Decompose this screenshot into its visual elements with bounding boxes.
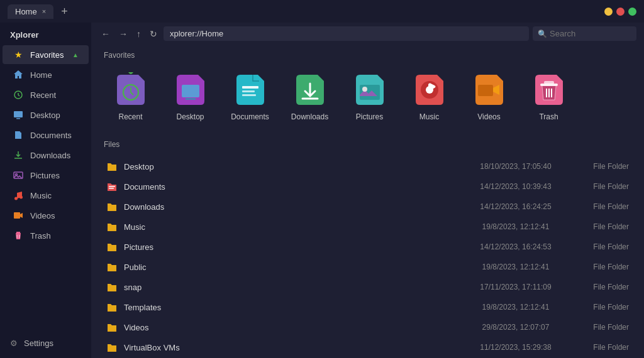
table-row[interactable]: Documents 14/12/2023, 10:39:43 File Fold…: [104, 176, 631, 197]
file-type: File Folder: [566, 303, 629, 312]
file-date: 14/12/2023, 10:39:43: [465, 182, 566, 191]
svg-rect-25: [109, 186, 115, 187]
titlebar-left: Home × +: [8, 4, 70, 19]
svg-rect-10: [186, 98, 196, 100]
svg-rect-19: [478, 85, 493, 96]
home-icon: [13, 69, 24, 80]
desktop-icon: [13, 109, 24, 121]
videos-icon: [13, 210, 24, 221]
fav-icon-pictures: [351, 71, 389, 109]
file-date: 19/8/2023, 12:12:41: [465, 263, 566, 271]
sidebar-item-favorites[interactable]: ★ Favorites ▲: [3, 45, 89, 64]
svg-rect-11: [242, 86, 258, 89]
maximize-button[interactable]: [628, 8, 636, 16]
sidebar-item-videos[interactable]: Videos: [3, 206, 89, 225]
file-type: File Folder: [566, 263, 629, 271]
file-date: 18/10/2023, 17:05:40: [465, 162, 566, 171]
sidebar-item-documents[interactable]: Documents: [3, 126, 89, 144]
table-row[interactable]: VirtualBox VMs 11/12/2023, 15:29:38 File…: [104, 337, 631, 357]
sidebar-item-pictures[interactable]: Pictures: [3, 166, 89, 185]
fav-item-downloads[interactable]: Downloads: [283, 67, 336, 125]
sidebar-label-documents: Documents: [30, 131, 72, 140]
active-tab[interactable]: Home ×: [8, 4, 53, 19]
fav-icon-documents: [231, 71, 269, 109]
file-type: File Folder: [566, 242, 629, 251]
file-name: Downloads: [124, 202, 465, 212]
back-button[interactable]: ←: [99, 28, 113, 40]
svg-point-6: [19, 196, 23, 199]
recent-icon: [13, 89, 24, 100]
file-name: Videos: [124, 323, 465, 332]
fav-item-documents[interactable]: Documents: [223, 67, 277, 125]
fav-icon-trash: [530, 71, 568, 109]
music-icon: [13, 190, 24, 201]
new-tab-button[interactable]: +: [58, 5, 70, 18]
search-wrap: 🔍: [533, 26, 636, 41]
table-row[interactable]: snap 17/11/2023, 17:11:09 File Folder: [104, 277, 631, 297]
sidebar: Xplorer ★ Favorites ▲ Home Recent Deskto…: [0, 23, 91, 358]
file-name: VirtualBox VMs: [124, 343, 465, 352]
fav-label-music: Music: [419, 112, 439, 121]
table-row[interactable]: Music 19/8/2023, 12:12:41 File Folder: [104, 217, 631, 237]
settings-item[interactable]: ⚙ Settings: [0, 334, 91, 353]
svg-rect-7: [14, 212, 20, 219]
fav-item-music[interactable]: Music: [402, 67, 456, 125]
table-row[interactable]: Downloads 14/12/2023, 16:24:25 File Fold…: [104, 197, 631, 217]
fav-label-downloads: Downloads: [291, 112, 328, 121]
fav-label-recent: Recent: [118, 112, 142, 121]
file-name: snap: [124, 283, 465, 292]
svg-point-16: [362, 87, 367, 92]
close-button[interactable]: [616, 8, 625, 16]
svg-rect-21: [544, 81, 554, 84]
file-name: Templates: [124, 303, 465, 312]
sidebar-item-trash[interactable]: Trash: [3, 226, 89, 245]
documents-icon: [13, 129, 24, 141]
sidebar-label-home: Home: [30, 70, 52, 80]
fav-item-pictures[interactable]: Pictures: [343, 67, 396, 125]
settings-label: Settings: [24, 339, 53, 348]
fav-item-desktop[interactable]: Desktop: [164, 67, 217, 125]
fav-item-trash[interactable]: Trash: [522, 67, 575, 125]
file-type: File Folder: [566, 202, 629, 211]
address-bar[interactable]: [164, 26, 529, 41]
sidebar-item-downloads[interactable]: Downloads: [3, 146, 89, 165]
sidebar-label-favorites: Favorites: [30, 50, 64, 60]
tab-label: Home: [15, 7, 37, 16]
sidebar-item-recent[interactable]: Recent: [3, 85, 89, 104]
tab-close-button[interactable]: ×: [42, 8, 46, 15]
sidebar-label-desktop: Desktop: [30, 111, 60, 120]
fav-item-recent[interactable]: Recent: [104, 67, 157, 125]
refresh-button[interactable]: ↻: [147, 28, 160, 40]
table-row[interactable]: Desktop 18/10/2023, 17:05:40 File Folder: [104, 156, 631, 176]
fav-item-videos[interactable]: Videos: [462, 67, 516, 125]
files-section-label: Files: [104, 140, 631, 149]
table-row[interactable]: Templates 19/8/2023, 12:12:41 File Folde…: [104, 297, 631, 317]
file-name: Public: [124, 263, 465, 272]
up-button[interactable]: ↑: [134, 28, 143, 40]
file-date: 29/8/2023, 12:07:07: [465, 323, 566, 332]
files-list: Desktop 18/10/2023, 17:05:40 File Folder…: [104, 156, 631, 357]
sidebar-label-music: Music: [30, 191, 52, 200]
fav-icon-desktop: [172, 71, 209, 109]
favorites-section-label: Favorites: [104, 51, 631, 60]
file-date: 19/8/2023, 12:12:41: [465, 303, 566, 312]
sidebar-item-music[interactable]: Music: [3, 186, 89, 205]
window-controls: [604, 8, 636, 16]
main-layout: Xplorer ★ Favorites ▲ Home Recent Deskto…: [0, 23, 644, 358]
svg-rect-13: [242, 94, 256, 96]
search-input[interactable]: [550, 29, 631, 38]
table-row[interactable]: Public 19/8/2023, 12:12:41 File Folder: [104, 257, 631, 277]
file-type: File Folder: [566, 343, 629, 352]
sidebar-item-desktop[interactable]: Desktop: [3, 106, 89, 124]
fav-icon-music: [411, 71, 448, 109]
file-date: 17/11/2023, 17:11:09: [465, 283, 566, 291]
fav-label-trash: Trash: [539, 112, 558, 121]
file-type: File Folder: [566, 222, 629, 231]
table-row[interactable]: Videos 29/8/2023, 12:07:07 File Folder: [104, 317, 631, 337]
svg-rect-1: [14, 111, 23, 117]
forward-button[interactable]: →: [116, 28, 130, 40]
sidebar-item-home[interactable]: Home: [3, 65, 89, 84]
fav-label-documents: Documents: [231, 112, 269, 121]
table-row[interactable]: Pictures 14/12/2023, 16:24:53 File Folde…: [104, 237, 631, 257]
minimize-button[interactable]: [604, 8, 613, 16]
